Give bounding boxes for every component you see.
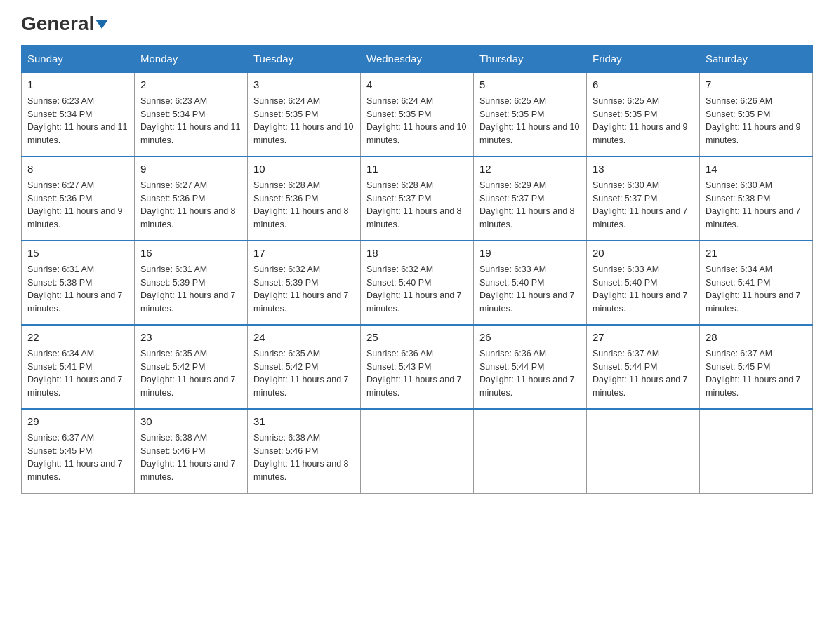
- day-info: Sunrise: 6:27 AMSunset: 5:36 PMDaylight:…: [140, 180, 236, 230]
- day-info: Sunrise: 6:25 AMSunset: 5:35 PMDaylight:…: [593, 96, 688, 146]
- table-row: 26Sunrise: 6:36 AMSunset: 5:44 PMDayligh…: [474, 325, 587, 409]
- day-number: 13: [593, 161, 694, 177]
- week-row-1: 1Sunrise: 6:23 AMSunset: 5:34 PMDaylight…: [22, 72, 813, 156]
- day-number: 27: [593, 330, 694, 345]
- table-row: 13Sunrise: 6:30 AMSunset: 5:37 PMDayligh…: [587, 156, 700, 241]
- table-row: 12Sunrise: 6:29 AMSunset: 5:37 PMDayligh…: [474, 156, 587, 241]
- table-row: 6Sunrise: 6:25 AMSunset: 5:35 PMDaylight…: [587, 72, 700, 156]
- day-number: 26: [479, 330, 581, 345]
- table-row: 23Sunrise: 6:35 AMSunset: 5:42 PMDayligh…: [135, 325, 248, 409]
- day-info: Sunrise: 6:36 AMSunset: 5:44 PMDaylight:…: [479, 349, 575, 398]
- day-number: 12: [479, 161, 581, 177]
- table-row: 5Sunrise: 6:25 AMSunset: 5:35 PMDaylight…: [474, 72, 587, 156]
- table-row: 16Sunrise: 6:31 AMSunset: 5:39 PMDayligh…: [135, 241, 248, 325]
- table-row: 19Sunrise: 6:33 AMSunset: 5:40 PMDayligh…: [474, 241, 587, 325]
- header-saturday: Saturday: [700, 46, 813, 73]
- day-number: 19: [479, 246, 581, 261]
- day-info: Sunrise: 6:33 AMSunset: 5:40 PMDaylight:…: [593, 264, 688, 314]
- table-row: [361, 409, 474, 493]
- day-number: 11: [366, 161, 468, 177]
- day-info: Sunrise: 6:27 AMSunset: 5:36 PMDaylight:…: [27, 180, 123, 230]
- week-row-4: 22Sunrise: 6:34 AMSunset: 5:41 PMDayligh…: [22, 325, 813, 409]
- day-number: 1: [27, 77, 128, 93]
- table-row: 17Sunrise: 6:32 AMSunset: 5:39 PMDayligh…: [248, 241, 361, 325]
- day-number: 31: [253, 414, 355, 429]
- day-number: 7: [706, 77, 807, 93]
- table-row: 10Sunrise: 6:28 AMSunset: 5:36 PMDayligh…: [248, 156, 361, 241]
- table-row: 8Sunrise: 6:27 AMSunset: 5:36 PMDaylight…: [22, 156, 135, 241]
- table-row: [700, 409, 813, 493]
- day-info: Sunrise: 6:29 AMSunset: 5:37 PMDaylight:…: [479, 180, 575, 230]
- day-info: Sunrise: 6:34 AMSunset: 5:41 PMDaylight:…: [706, 264, 801, 314]
- day-info: Sunrise: 6:35 AMSunset: 5:42 PMDaylight:…: [140, 349, 236, 398]
- table-row: 30Sunrise: 6:38 AMSunset: 5:46 PMDayligh…: [135, 409, 248, 493]
- day-info: Sunrise: 6:34 AMSunset: 5:41 PMDaylight:…: [27, 349, 123, 398]
- day-number: 22: [27, 330, 128, 345]
- day-number: 29: [27, 414, 128, 429]
- day-number: 23: [140, 330, 241, 345]
- logo: General: [21, 14, 108, 34]
- day-info: Sunrise: 6:28 AMSunset: 5:36 PMDaylight:…: [253, 180, 349, 230]
- table-row: 4Sunrise: 6:24 AMSunset: 5:35 PMDaylight…: [361, 72, 474, 156]
- day-info: Sunrise: 6:31 AMSunset: 5:38 PMDaylight:…: [27, 264, 123, 314]
- day-info: Sunrise: 6:35 AMSunset: 5:42 PMDaylight:…: [253, 349, 349, 398]
- day-info: Sunrise: 6:32 AMSunset: 5:39 PMDaylight:…: [253, 264, 349, 314]
- table-row: 18Sunrise: 6:32 AMSunset: 5:40 PMDayligh…: [361, 241, 474, 325]
- table-row: 29Sunrise: 6:37 AMSunset: 5:45 PMDayligh…: [22, 409, 135, 493]
- day-info: Sunrise: 6:24 AMSunset: 5:35 PMDaylight:…: [366, 96, 466, 146]
- day-info: Sunrise: 6:23 AMSunset: 5:34 PMDaylight:…: [27, 96, 127, 146]
- table-row: 1Sunrise: 6:23 AMSunset: 5:34 PMDaylight…: [22, 72, 135, 156]
- day-number: 30: [140, 414, 241, 429]
- day-info: Sunrise: 6:24 AMSunset: 5:35 PMDaylight:…: [253, 96, 353, 146]
- table-row: [474, 409, 587, 493]
- day-number: 25: [366, 330, 468, 345]
- day-number: 2: [140, 77, 241, 93]
- page-header: General: [21, 14, 813, 34]
- calendar-table: SundayMondayTuesdayWednesdayThursdayFrid…: [21, 45, 813, 494]
- day-info: Sunrise: 6:28 AMSunset: 5:37 PMDaylight:…: [366, 180, 462, 230]
- table-row: 15Sunrise: 6:31 AMSunset: 5:38 PMDayligh…: [22, 241, 135, 325]
- logo-text: General: [21, 14, 108, 34]
- day-info: Sunrise: 6:30 AMSunset: 5:38 PMDaylight:…: [706, 180, 801, 230]
- day-info: Sunrise: 6:37 AMSunset: 5:44 PMDaylight:…: [593, 349, 688, 398]
- header-monday: Monday: [135, 46, 248, 73]
- day-info: Sunrise: 6:36 AMSunset: 5:43 PMDaylight:…: [366, 349, 462, 398]
- table-row: 2Sunrise: 6:23 AMSunset: 5:34 PMDaylight…: [135, 72, 248, 156]
- day-number: 4: [366, 77, 468, 93]
- header-tuesday: Tuesday: [248, 46, 361, 73]
- header-thursday: Thursday: [474, 46, 587, 73]
- table-row: 20Sunrise: 6:33 AMSunset: 5:40 PMDayligh…: [587, 241, 700, 325]
- day-number: 6: [593, 77, 694, 93]
- day-number: 16: [140, 246, 241, 261]
- table-row: 9Sunrise: 6:27 AMSunset: 5:36 PMDaylight…: [135, 156, 248, 241]
- table-row: 21Sunrise: 6:34 AMSunset: 5:41 PMDayligh…: [700, 241, 813, 325]
- day-info: Sunrise: 6:33 AMSunset: 5:40 PMDaylight:…: [479, 264, 575, 314]
- day-number: 3: [253, 77, 355, 93]
- table-row: 22Sunrise: 6:34 AMSunset: 5:41 PMDayligh…: [22, 325, 135, 409]
- table-row: [587, 409, 700, 493]
- day-number: 8: [27, 161, 128, 177]
- header-friday: Friday: [587, 46, 700, 73]
- day-number: 20: [593, 246, 694, 261]
- day-info: Sunrise: 6:37 AMSunset: 5:45 PMDaylight:…: [27, 433, 123, 483]
- day-info: Sunrise: 6:37 AMSunset: 5:45 PMDaylight:…: [706, 349, 801, 398]
- week-row-3: 15Sunrise: 6:31 AMSunset: 5:38 PMDayligh…: [22, 241, 813, 325]
- header-sunday: Sunday: [22, 46, 135, 73]
- day-info: Sunrise: 6:32 AMSunset: 5:40 PMDaylight:…: [366, 264, 462, 314]
- day-number: 21: [706, 246, 807, 261]
- day-number: 18: [366, 246, 468, 261]
- table-row: 27Sunrise: 6:37 AMSunset: 5:44 PMDayligh…: [587, 325, 700, 409]
- day-number: 28: [706, 330, 807, 345]
- table-row: 14Sunrise: 6:30 AMSunset: 5:38 PMDayligh…: [700, 156, 813, 241]
- day-info: Sunrise: 6:31 AMSunset: 5:39 PMDaylight:…: [140, 264, 236, 314]
- table-row: 28Sunrise: 6:37 AMSunset: 5:45 PMDayligh…: [700, 325, 813, 409]
- day-info: Sunrise: 6:38 AMSunset: 5:46 PMDaylight:…: [140, 433, 236, 483]
- week-row-5: 29Sunrise: 6:37 AMSunset: 5:45 PMDayligh…: [22, 409, 813, 493]
- day-info: Sunrise: 6:26 AMSunset: 5:35 PMDaylight:…: [706, 96, 801, 146]
- day-info: Sunrise: 6:38 AMSunset: 5:46 PMDaylight:…: [253, 433, 349, 483]
- table-row: 31Sunrise: 6:38 AMSunset: 5:46 PMDayligh…: [248, 409, 361, 493]
- logo-arrow-icon: [95, 20, 108, 29]
- calendar-header-row: SundayMondayTuesdayWednesdayThursdayFrid…: [22, 46, 813, 73]
- day-number: 15: [27, 246, 128, 261]
- day-number: 17: [253, 246, 355, 261]
